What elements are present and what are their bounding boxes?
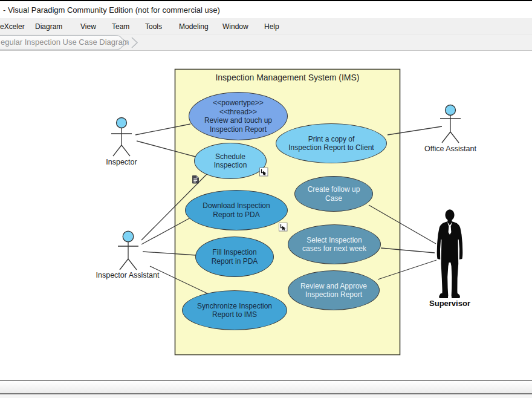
subdiagram-indicator-icon[interactable] (279, 223, 288, 232)
stereotype-text: <<powertype>> (213, 99, 263, 108)
menu-item-window[interactable]: Window (222, 22, 248, 31)
menu-item-exceler[interactable]: eXceler (0, 22, 25, 31)
usecase-create-follow-up-case[interactable]: Create follow up Case (294, 176, 373, 212)
usecase-text: Report in PDA (212, 257, 258, 266)
status-bar (0, 381, 532, 393)
usecase-select-cases-next-week[interactable]: Select Inspection cases for next week (288, 224, 381, 264)
title-bar: - Visual Paradigm Community Edition (not… (0, 1, 532, 18)
menu-item-help[interactable]: Help (264, 22, 279, 31)
menu-item-tools[interactable]: Tools (145, 22, 162, 31)
actor-supervisor[interactable] (437, 209, 463, 298)
actor-label-office-assistant: Office Assistant (420, 145, 481, 153)
actor-label-inspector: Inspector (91, 158, 152, 166)
stereotype-text: <<thread>> (219, 108, 257, 117)
menu-item-team[interactable]: Team (112, 22, 129, 31)
actor-inspector-assistant[interactable] (118, 231, 138, 270)
usecase-text: Inspection Report (305, 290, 362, 299)
actor-office-assistant[interactable] (440, 105, 461, 143)
usecase-text: cases for next week (302, 244, 366, 253)
tab-bar: egular Inspection Use Case Diagram (0, 34, 532, 51)
usecase-text: Create follow up (308, 185, 360, 194)
app-window: - Visual Paradigm Community Edition (not… (0, 0, 532, 398)
window-bottom-strip (0, 394, 532, 398)
usecase-review-approve-report[interactable]: Review and Approve Inspection Report (288, 270, 380, 310)
document-icon (192, 175, 199, 184)
menu-item-diagram[interactable]: Diagram (35, 22, 62, 31)
menu-bar: eXceler Diagram View Team Tools Modeling… (0, 18, 532, 34)
usecase-synchronize-report-to-ims[interactable]: Synchronize Inspection Report to IMS (182, 290, 287, 330)
usecase-schedule-inspection[interactable]: Schedule Inspection (194, 143, 267, 179)
usecase-text: Review and Approve (300, 282, 367, 291)
actor-inspector[interactable] (111, 118, 132, 157)
actor-label-inspector-assistant: Inspector Assistant (79, 271, 176, 279)
menu-item-modeling[interactable]: Modeling (179, 22, 209, 31)
usecase-review-and-touch-up[interactable]: <<powertype>> <<thread>> Review and touc… (189, 92, 288, 140)
usecase-text: Print a copy of (308, 135, 355, 144)
usecase-print-copy-to-client[interactable]: Print a copy of Inspection Report to Cli… (276, 123, 387, 163)
usecase-text: Report to IMS (212, 310, 257, 319)
window-title: - Visual Paradigm Community Edition (not… (3, 5, 220, 15)
usecase-text: Fill Inspection (212, 248, 256, 257)
usecase-text: Select Inspection (307, 236, 362, 245)
actor-label-supervisor: Supervisor (420, 299, 480, 308)
chevron-right-icon (132, 38, 137, 48)
system-boundary-title: Inspection Management System (IMS) (175, 73, 400, 82)
usecase-fill-report-in-pda[interactable]: Fill Inspection Report in PDA (195, 237, 274, 277)
usecase-text: Report to PDA (213, 210, 259, 220)
usecase-text: Inspection Report to Client (288, 143, 374, 152)
tab-label[interactable]: egular Inspection Use Case Diagram (1, 38, 129, 47)
usecase-download-report-to-pda[interactable]: Download Inspection Report to PDA (185, 190, 288, 230)
usecase-text: Inspection Report (210, 125, 267, 134)
usecase-text: Review and touch up (204, 116, 272, 125)
usecase-text: Schedule (215, 152, 245, 161)
menu-item-view[interactable]: View (80, 22, 96, 31)
usecase-text: Case (325, 194, 342, 203)
usecase-text: Inspection (214, 161, 247, 170)
subdiagram-indicator-icon[interactable] (259, 168, 268, 177)
usecase-text: Download Inspection (203, 201, 270, 210)
usecase-text: Synchronize Inspection (197, 302, 272, 311)
